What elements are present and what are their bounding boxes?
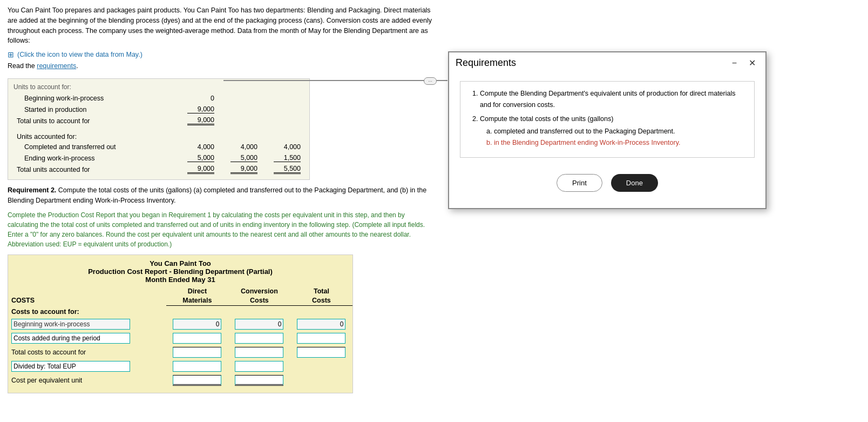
requirements-modal: Requirements − ✕ Compute the Blending De… [448, 51, 767, 209]
costs-added-total-cell [290, 331, 352, 345]
req2-text: Requirement 2. Compute the total costs o… [8, 185, 435, 206]
read-label: Read the [8, 62, 35, 70]
started-val-span: 9,000 [187, 105, 214, 113]
divided-label-input[interactable] [11, 361, 130, 372]
col-header-cc: Conversion [228, 286, 290, 295]
modal-controls: − ✕ [729, 57, 759, 69]
total-costs-row: Total costs to account for [8, 345, 352, 359]
print-button[interactable]: Print [557, 174, 602, 192]
report-title: Production Cost Report - Blending Depart… [10, 267, 350, 276]
modal-body: Compute the Blending Department's equiva… [449, 73, 765, 208]
divided-by-row [8, 359, 352, 373]
req2-modal-text: Compute the total costs of the units (ga… [480, 115, 613, 123]
total-costs-dm-cell [166, 345, 228, 359]
instruction-text: Complete the Production Cost Report that… [8, 210, 435, 249]
units-table: Beginning work-in-process 0 Started in p… [13, 93, 304, 175]
col-sub-cc: Costs [228, 295, 290, 306]
requirements-link[interactable]: requirements [37, 62, 76, 70]
divided-dm-cell [166, 359, 228, 373]
total-costs-label: Total costs to account for [8, 345, 166, 359]
total2-col3: 5,500 [261, 164, 304, 175]
bwip-dm-input[interactable] [173, 319, 221, 330]
costs-added-dm-input[interactable] [173, 333, 221, 344]
req2-bold: Requirement 2. [8, 186, 56, 194]
bwip-cc-cell [228, 317, 290, 331]
req2-subitems: a. completed and transferred out to the … [480, 126, 745, 149]
divided-total-cell [290, 359, 352, 373]
divided-dm-input[interactable] [173, 361, 221, 372]
connector-dots: ··· [424, 77, 437, 85]
total-costs-dm-input[interactable] [173, 347, 221, 358]
col-headers-row: Direct Conversion Total [8, 286, 352, 295]
modal-minimize-button[interactable]: − [729, 57, 740, 69]
units-table-area: Units to account for: Beginning work-in-… [8, 78, 310, 180]
bwip-cost-label-input[interactable] [11, 319, 130, 330]
cost-per-unit-cc-cell [228, 373, 290, 387]
cost-per-unit-dm-input[interactable] [173, 375, 221, 386]
production-cost-report: You Can Paint Too Production Cost Report… [8, 254, 353, 393]
completed-col2: 4,000 [218, 142, 261, 152]
total1-label: Total units to account for [13, 115, 174, 126]
started-label: Started in production [13, 104, 174, 115]
table-row: Completed and transferred out 4,000 4,00… [13, 142, 304, 152]
costs-added-label-input[interactable] [11, 333, 130, 344]
total2-label: Total units accounted for [13, 164, 174, 175]
costs-to-account-row: Costs to account for: [8, 305, 352, 317]
intro-text: You Can Paint Too prepares and packages … [8, 5, 435, 46]
modal-close-button[interactable]: ✕ [745, 57, 759, 69]
started-value: 9,000 [174, 104, 218, 115]
col-sub-dm: Materials [166, 295, 228, 306]
ending-col3: 1,500 [261, 152, 304, 164]
total1-value: 9,000 [174, 115, 218, 126]
divided-label-cell [8, 359, 166, 373]
total-costs-total-input[interactable] [297, 347, 345, 358]
completed-col3: 4,000 [261, 142, 304, 152]
table-row: Ending work-in-process 5,000 5,000 1,500 [13, 152, 304, 164]
col-header-dm: Direct [166, 286, 228, 295]
ending-col2-span: 5,000 [230, 154, 257, 162]
divided-cc-cell [228, 359, 290, 373]
bwip-cost-label [8, 317, 166, 331]
ending-col1-span: 5,000 [187, 154, 214, 162]
total2-col1: 9,000 [174, 164, 218, 175]
bwip-total-input[interactable] [297, 319, 345, 330]
ending-col2: 5,000 [218, 152, 261, 164]
report-table: Direct Conversion Total COSTS Materials … [8, 286, 352, 393]
total-costs-cc-input[interactable] [235, 347, 283, 358]
bwip-dm-cell [166, 317, 228, 331]
report-date: Month Ended May 31 [10, 276, 350, 284]
requirements-list: Compute the Blending Department's equiva… [469, 88, 745, 149]
ending-col3-span: 1,500 [274, 154, 301, 162]
completed-label: Completed and transferred out [13, 142, 174, 152]
bwip-cc-input[interactable] [235, 319, 283, 330]
click-icon-row: ⊞ (Click the icon to view the data from … [8, 50, 435, 59]
divided-cc-input[interactable] [235, 361, 283, 372]
costs-added-cc-input[interactable] [235, 333, 283, 344]
costs-added-total-input[interactable] [297, 333, 345, 344]
costs-main-label: COSTS [8, 295, 166, 306]
list-item: Compute the Blending Department's equiva… [480, 88, 745, 111]
cost-per-unit-cc-input[interactable] [235, 375, 283, 386]
costs-added-row [8, 331, 352, 345]
company-name: You Can Paint Too [10, 259, 350, 267]
units-accounted-header: Units accounted for: [13, 132, 304, 142]
done-button[interactable]: Done [611, 174, 658, 192]
req2-sub-b-text: b. in the Blending Department ending Wor… [486, 139, 680, 146]
cost-per-unit-total-cell [290, 373, 352, 387]
grid-icon[interactable]: ⊞ [8, 50, 14, 59]
modal-title: Requirements [456, 57, 516, 69]
read-requirements-row: Read the requirements. [8, 62, 435, 70]
click-data-link[interactable]: (Click the icon to view the data from Ma… [17, 51, 143, 58]
modal-actions: Print Done [460, 169, 755, 200]
cost-per-unit-row: Cost per equivalent unit [8, 373, 352, 387]
total-costs-total-cell [290, 345, 352, 359]
list-item: Compute the total costs of the units (ga… [480, 113, 745, 149]
total-accounted-row: Total units accounted for 9,000 9,000 5,… [13, 164, 304, 175]
bwip-label: Beginning work-in-process [13, 93, 174, 104]
costs-to-account-label: Costs to account for: [8, 305, 352, 317]
costs-added-dm-cell [166, 331, 228, 345]
connector-line [223, 80, 447, 81]
table-row: Beginning work-in-process 0 [13, 93, 304, 104]
table-row: Started in production 9,000 [13, 104, 304, 115]
total2-col2-span: 9,000 [230, 165, 257, 174]
